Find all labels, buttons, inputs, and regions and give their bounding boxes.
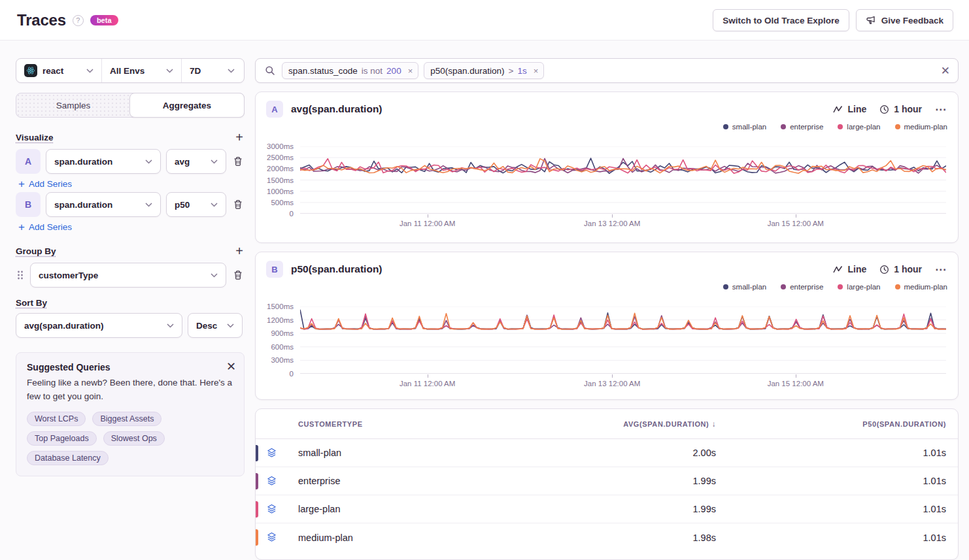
y-axis-tick-label: 3000ms [256,142,294,150]
sort-by-label: Sort By [16,298,47,308]
legend-item[interactable]: enterprise [781,283,823,291]
search-bar[interactable]: span.status_codeis not200×p50(span.durat… [255,58,959,83]
clear-search-icon[interactable]: ✕ [941,64,950,78]
legend-item[interactable]: enterprise [781,123,823,131]
column-header-customertype[interactable]: CUSTOMERTYPE [256,420,512,428]
y-axis-tick-label: 1000ms [256,188,294,195]
search-filter-token[interactable]: span.status_codeis not200× [282,62,418,79]
chart-header: Bp50(span.duration)Line1 hour⋯ [256,252,958,278]
suggested-query-chip[interactable]: Biggest Assets [92,412,162,426]
search-filter-token[interactable]: p50(span.duration)>1s× [424,62,544,79]
legend-item[interactable]: medium-plan [895,283,947,291]
series-b-field-select[interactable]: span.duration [46,192,161,217]
chart-plot-area: 3000ms2500ms2000ms1500ms1000ms500ms0Jan … [256,146,958,242]
series-b-aggregate-select[interactable]: p50 [166,192,226,217]
row-avg-value: 2.00s [512,448,728,458]
chart-type-button[interactable]: Line [833,264,866,274]
delete-series-a-button[interactable] [231,155,245,168]
series-a-field-select[interactable]: span.duration [46,149,161,174]
y-axis-tick-label: 0 [256,370,294,378]
date-range-selector[interactable]: 7D [181,59,243,82]
interval-button[interactable]: 1 hour [879,264,922,274]
environment-value: All Envs [110,66,161,76]
project-selector[interactable]: react [16,59,101,82]
chart-title: p50(span.duration) [291,263,382,275]
chart-panel-A: Aavg(span.duration)Line1 hour⋯small-plan… [255,91,959,243]
chart-type-button[interactable]: Line [833,104,866,114]
chart-more-icon[interactable]: ⋯ [935,103,947,116]
token-value: 200 [386,66,401,76]
column-header-p50[interactable]: P50(SPAN.DURATION) [728,420,958,428]
legend-item[interactable]: small-plan [723,123,766,131]
column-header-avg-label: AVG(SPAN.DURATION) [623,420,709,428]
line-chart-icon [833,265,843,274]
delete-series-b-button[interactable] [231,198,245,211]
tab-aggregates[interactable]: Aggregates [129,93,245,118]
drag-handle-icon[interactable] [16,270,25,280]
interval-button[interactable]: 1 hour [879,104,922,114]
layers-icon [267,504,277,514]
visualize-series-row-a: A span.duration avg [16,149,245,174]
remove-token-icon[interactable]: × [405,66,416,76]
table-row[interactable]: large-plan1.99s1.01s [256,495,958,523]
legend-item[interactable]: small-plan [723,283,766,291]
table-row[interactable]: medium-plan1.98s1.01s [256,523,958,552]
y-axis-tick-label: 1500ms [256,303,294,310]
legend-label: large-plan [847,123,880,131]
x-axis-tick [796,374,796,378]
table-row[interactable]: small-plan2.00s1.01s [256,439,958,467]
table-header-row: CUSTOMERTYPE AVG(SPAN.DURATION)↓ P50(SPA… [256,409,958,439]
switch-old-explore-button[interactable]: Switch to Old Trace Explore [713,9,849,31]
remove-token-icon[interactable]: × [531,66,541,76]
environment-selector[interactable]: All Envs [101,59,181,82]
trash-icon [233,270,243,280]
row-name: small-plan [256,448,512,458]
chevron-down-icon [167,323,174,328]
add-series-button[interactable]: + Add Series [18,222,72,233]
row-p50-value: 1.01s [728,504,958,514]
row-p50-value: 1.01s [728,476,958,486]
sort-field-select[interactable]: avg(span.duration) [16,313,182,338]
results-table: CUSTOMERTYPE AVG(SPAN.DURATION)↓ P50(SPA… [255,408,959,560]
add-series-label: Add Series [29,222,72,232]
suggested-query-chip[interactable]: Top Pageloads [27,431,97,446]
legend-item[interactable]: large-plan [838,283,880,291]
chart-series-badge: A [266,101,283,118]
column-header-avg[interactable]: AVG(SPAN.DURATION)↓ [512,420,728,429]
suggested-query-chip[interactable]: Database Latency [27,451,109,465]
token-operator: is not [362,66,382,76]
chevron-down-icon [211,273,218,278]
series-badge-b: B [16,192,41,217]
x-axis-tick-label: Jan 11 12:00 AM [382,380,473,387]
group-by-select[interactable]: customerType [30,263,226,288]
x-axis-tick-label: Jan 13 12:00 AM [566,380,658,387]
legend-dot [723,284,728,289]
give-feedback-button[interactable]: Give Feedback [856,9,953,31]
plus-icon: + [18,178,25,189]
legend-label: small-plan [732,283,766,291]
suggested-query-chip[interactable]: Slowest Ops [103,431,165,446]
legend-item[interactable]: large-plan [838,123,880,131]
token-key: span.status_code [288,66,358,76]
visualize-label: Visualize [16,133,54,142]
chevron-down-icon [86,69,94,73]
chart-more-icon[interactable]: ⋯ [935,263,947,276]
add-series-button[interactable]: + Add Series [18,178,72,189]
delete-group-by-button[interactable] [231,269,245,282]
tab-samples[interactable]: Samples [16,93,130,117]
table-row[interactable]: enterprise1.99s1.01s [256,467,958,495]
add-group-by-button[interactable]: + [234,244,245,257]
sort-direction-select[interactable]: Desc [188,313,243,338]
close-icon[interactable]: ✕ [226,359,236,374]
series-a-aggregate-select[interactable]: avg [166,149,226,174]
help-icon[interactable]: ? [73,15,84,26]
chevron-down-icon [211,203,218,207]
legend-item[interactable]: medium-plan [895,123,947,131]
x-axis-tick [428,374,428,378]
x-axis-tick-label: Jan 15 12:00 AM [750,380,842,387]
add-visualize-button[interactable]: + [234,131,245,144]
legend-label: medium-plan [904,283,947,291]
y-axis-tick-label: 2000ms [256,165,294,173]
row-avg-value: 1.98s [512,533,728,543]
suggested-query-chip[interactable]: Worst LCPs [27,412,86,426]
